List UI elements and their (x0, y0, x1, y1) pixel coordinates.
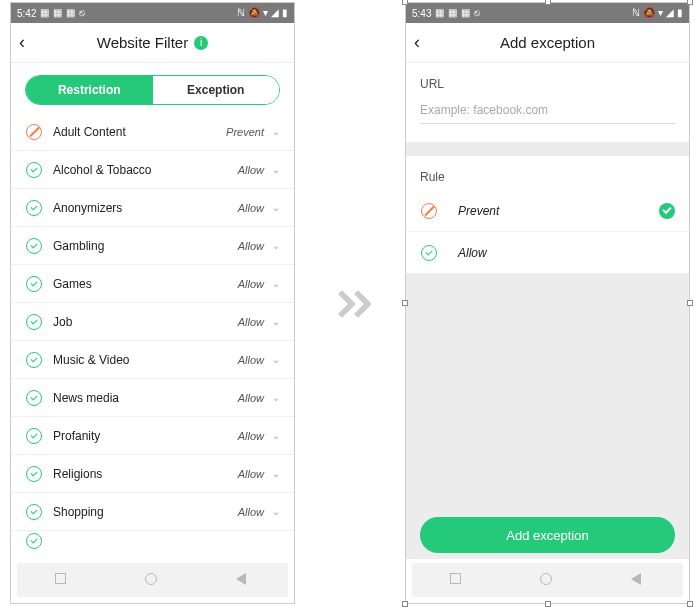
category-action: Allow (238, 354, 264, 366)
app-header: ‹ Add exception (406, 23, 689, 63)
category-row[interactable]: ShoppingAllow⌄ (11, 493, 294, 531)
allow-icon (420, 244, 438, 262)
status-app-icon: ▦ (448, 8, 457, 18)
back-button[interactable]: ‹ (19, 32, 25, 53)
prevent-icon (420, 202, 438, 220)
status-app-icon: ▦ (66, 8, 75, 18)
category-label: Anonymizers (53, 201, 238, 215)
category-label: Music & Video (53, 353, 238, 367)
category-row[interactable]: GamesAllow⌄ (11, 265, 294, 303)
category-action: Allow (238, 430, 264, 442)
category-label: News media (53, 391, 238, 405)
status-time: 5:42 (17, 8, 36, 19)
chevron-down-icon: ⌄ (272, 430, 280, 441)
allow-icon (25, 389, 43, 407)
nav-overview-button[interactable] (55, 573, 69, 587)
category-action: Allow (238, 164, 264, 176)
allow-icon (25, 465, 43, 483)
category-row[interactable]: GamblingAllow⌄ (11, 227, 294, 265)
category-label: Profanity (53, 429, 238, 443)
empty-area (406, 274, 689, 507)
wifi-icon: ▾ (263, 8, 268, 18)
android-nav-bar (17, 563, 288, 597)
chevron-down-icon: ⌄ (272, 126, 280, 137)
category-action: Allow (238, 468, 264, 480)
status-app-icon: ▦ (461, 8, 470, 18)
category-row[interactable]: JobAllow⌄ (11, 303, 294, 341)
category-row[interactable]: Music & VideoAllow⌄ (11, 341, 294, 379)
category-label: Adult Content (53, 125, 226, 139)
signal-icon: ◢ (271, 8, 279, 18)
url-input[interactable] (420, 97, 675, 124)
category-action: Allow (238, 392, 264, 404)
category-action: Allow (238, 240, 264, 252)
allow-icon (25, 199, 43, 217)
back-button[interactable]: ‹ (414, 32, 420, 53)
selection-handle (545, 601, 551, 607)
status-app-icon: ▦ (53, 8, 62, 18)
prevent-icon (25, 123, 43, 141)
allow-icon (25, 313, 43, 331)
rule-section-label: Rule (406, 156, 689, 190)
allow-icon (25, 427, 43, 445)
rule-option-prevent[interactable]: Prevent (406, 190, 689, 232)
category-label: Alcohol & Tobacco (53, 163, 238, 177)
page-title: Website Filter (97, 34, 188, 51)
selection-handle (402, 300, 408, 306)
category-action: Allow (238, 316, 264, 328)
add-exception-button[interactable]: Add exception (420, 517, 675, 553)
chevron-down-icon: ⌄ (272, 316, 280, 327)
tab-exception[interactable]: Exception (153, 76, 280, 104)
app-header: ‹ Website Filter i (11, 23, 294, 63)
category-row[interactable] (11, 531, 294, 551)
selection-handle (687, 0, 693, 5)
category-label: Games (53, 277, 238, 291)
category-row[interactable]: ReligionsAllow⌄ (11, 455, 294, 493)
nav-overview-button[interactable] (450, 573, 464, 587)
category-row[interactable]: Alcohol & TobaccoAllow⌄ (11, 151, 294, 189)
status-bar: 5:42 ▦ ▦ ▦ ⎋ ℕ 🔕 ▾ ◢ ▮ (11, 3, 294, 23)
category-action: Allow (238, 202, 264, 214)
tab-restriction[interactable]: Restriction (26, 76, 153, 104)
transition-arrow-icon (334, 294, 366, 314)
selection-handle (687, 300, 693, 306)
selection-handle (545, 0, 551, 5)
android-nav-bar (412, 563, 683, 597)
selection-handle (402, 601, 408, 607)
selected-check-icon (659, 203, 675, 219)
status-bar: 5:43 ▦ ▦ ▦ ⎋ ℕ 🔕 ▾ ◢ ▮ (406, 3, 689, 23)
battery-icon: ▮ (282, 8, 288, 18)
nav-home-button[interactable] (540, 573, 554, 587)
chevron-down-icon: ⌄ (272, 354, 280, 365)
allow-icon (25, 237, 43, 255)
category-row[interactable]: ProfanityAllow⌄ (11, 417, 294, 455)
status-app-icon: ▦ (435, 8, 444, 18)
page-title: Add exception (500, 34, 595, 51)
chevron-down-icon: ⌄ (272, 392, 280, 403)
category-row[interactable]: News mediaAllow⌄ (11, 379, 294, 417)
nav-back-button[interactable] (631, 573, 645, 587)
info-icon[interactable]: i (194, 36, 208, 50)
category-list[interactable]: Adult ContentPrevent⌄Alcohol & TobaccoAl… (11, 113, 294, 559)
chevron-down-icon: ⌄ (272, 202, 280, 213)
battery-icon: ▮ (677, 8, 683, 18)
wifi-icon: ▾ (658, 8, 663, 18)
phone-website-filter: 5:42 ▦ ▦ ▦ ⎋ ℕ 🔕 ▾ ◢ ▮ ‹ Website Filter … (10, 2, 295, 604)
status-location-icon: ⎋ (474, 8, 480, 18)
rule-option-allow[interactable]: Allow (406, 232, 689, 274)
rule-option-label: Allow (458, 246, 675, 260)
chevron-down-icon: ⌄ (272, 468, 280, 479)
nav-home-button[interactable] (145, 573, 159, 587)
nfc-icon: ℕ (632, 8, 640, 18)
signal-icon: ◢ (666, 8, 674, 18)
category-label: Shopping (53, 505, 238, 519)
chevron-down-icon: ⌄ (272, 240, 280, 251)
category-row[interactable]: Adult ContentPrevent⌄ (11, 113, 294, 151)
category-row[interactable]: AnonymizersAllow⌄ (11, 189, 294, 227)
allow-icon (25, 532, 43, 550)
status-time: 5:43 (412, 8, 431, 19)
status-location-icon: ⎋ (79, 8, 85, 18)
nav-back-button[interactable] (236, 573, 250, 587)
divider (406, 142, 689, 156)
selection-handle (402, 0, 408, 5)
